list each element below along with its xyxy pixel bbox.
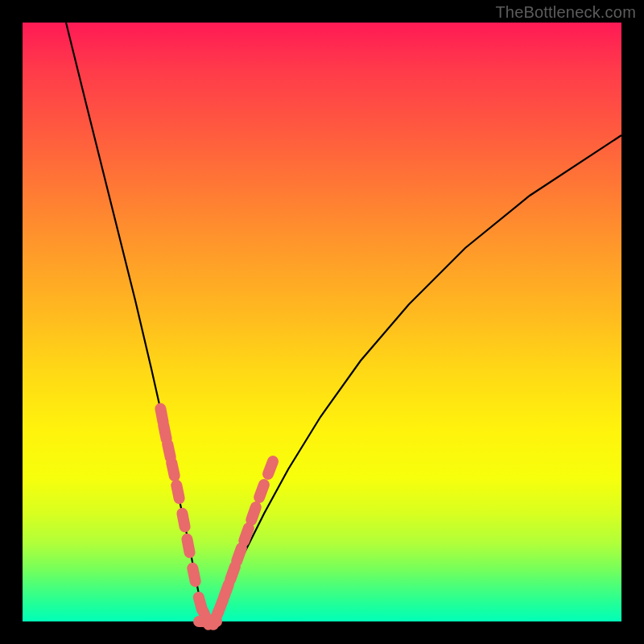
data-marker: [192, 568, 195, 581]
data-marker: [237, 548, 242, 561]
data-marker: [259, 485, 264, 497]
plot-area: [23, 23, 621, 621]
data-marker: [268, 461, 273, 474]
data-marker: [160, 409, 163, 423]
data-marker: [171, 463, 175, 476]
outer-frame: TheBottleneck.com: [0, 0, 644, 644]
data-marker: [251, 507, 256, 520]
data-marker: [187, 539, 189, 553]
data-marker: [244, 528, 249, 541]
data-marker: [182, 514, 184, 526]
data-marker: [163, 426, 166, 439]
data-marker: [167, 444, 171, 457]
data-marker: [230, 567, 235, 580]
data-marker: [176, 485, 179, 498]
curve-layer: [23, 23, 621, 621]
bottleneck-curve: [66, 23, 621, 621]
data-marker: [224, 584, 229, 597]
data-point-markers: [160, 409, 273, 625]
watermark-text: TheBottleneck.com: [495, 3, 636, 22]
